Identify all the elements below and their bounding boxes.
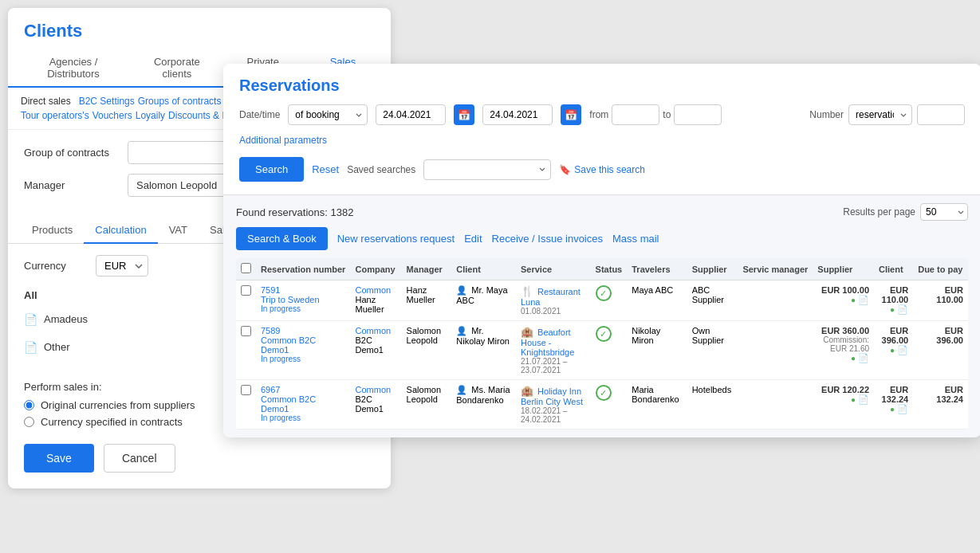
due-amount-3: EUR 132.24 — [918, 385, 963, 404]
radio-original-input[interactable] — [24, 400, 34, 410]
reset-button[interactable]: Reset — [312, 163, 339, 175]
col-travelers: Travelers — [627, 258, 687, 280]
number-group: Number reservation — [809, 104, 965, 125]
save-search-btn[interactable]: 🔖 Save this search — [559, 164, 645, 175]
col-service: Service — [516, 258, 591, 280]
res-trip-link-1[interactable]: Trip to Sweden — [261, 295, 346, 304]
date-from-input[interactable] — [376, 104, 446, 125]
blue-doc-c3: 📄 — [897, 404, 908, 414]
green-dot-1: ● — [851, 296, 856, 304]
row-check-1 — [236, 280, 256, 321]
due-cell-2: EUR 396.00 — [913, 321, 968, 380]
company-link-3[interactable]: Common — [356, 385, 397, 394]
service-icon-1: 🍴 — [521, 285, 533, 297]
col-client-amt: Client — [874, 258, 913, 280]
table-row: 7591 Trip to Sweden In progress Common H… — [236, 280, 968, 321]
number-type-select[interactable]: reservation — [848, 104, 912, 125]
reservations-header: Reservations Date/time of booking 📅 📅 fr… — [223, 64, 980, 195]
direct-sales-label: Direct sales — [21, 96, 71, 107]
mass-mail-btn[interactable]: Mass mail — [612, 233, 659, 245]
date-to-input[interactable] — [482, 104, 553, 125]
cancel-button[interactable]: Cancel — [104, 444, 175, 473]
select-all-checkbox[interactable] — [241, 263, 251, 273]
res-trip-link-2[interactable]: Common B2C Demo1 — [261, 335, 346, 355]
from-input[interactable] — [612, 104, 659, 125]
res-trip-link-3[interactable]: Common B2C Demo1 — [261, 394, 346, 414]
to-input[interactable] — [674, 104, 722, 125]
new-reservations-btn[interactable]: New reservations request — [337, 233, 455, 245]
booking-select[interactable]: of booking — [288, 104, 368, 125]
search-button[interactable]: Search — [239, 157, 304, 182]
nav-vouchers[interactable]: Vouchers — [92, 110, 132, 121]
cal-from-btn[interactable]: 📅 — [454, 104, 474, 125]
tab-corporate[interactable]: Corporate clients — [131, 49, 223, 88]
commission-2: Commission: EUR 21.60 — [817, 335, 869, 353]
col-supplier: Supplier — [687, 258, 738, 280]
reservations-body: Found reservations: 1382 Results per pag… — [223, 195, 980, 437]
serv-manager-cell-1 — [738, 280, 813, 321]
blue-doc-2: 📄 — [858, 353, 869, 363]
client-amount-1: EUR 110.00 — [879, 285, 908, 304]
res-num-cell-2: 7589 Common B2C Demo1 In progress — [256, 321, 351, 380]
supplier-amt-cell-1: EUR 100.00 ● 📄 — [813, 280, 874, 321]
nav-groups[interactable]: Groups of contracts — [138, 96, 222, 107]
results-per-page-group: Results per page 50 — [843, 203, 968, 221]
cal-to-btn[interactable]: 📅 — [561, 104, 581, 125]
res-num-cell-1: 7591 Trip to Sweden In progress — [256, 280, 351, 321]
status-cell-1: ✓ — [591, 280, 628, 321]
datetime-label: Date/time — [239, 109, 280, 120]
res-num-link-2[interactable]: 7589 — [261, 326, 346, 335]
company-link-1[interactable]: Common — [356, 285, 397, 295]
save-button[interactable]: Save — [24, 444, 94, 473]
travelers-cell-1: Maya ABC — [627, 280, 687, 321]
row-check-3 — [236, 380, 256, 429]
search-book-button[interactable]: Search & Book — [236, 227, 328, 250]
blue-doc-1: 📄 — [858, 295, 869, 304]
bookmark-icon: 🔖 — [559, 164, 571, 175]
travelers-cell-3: Maria Bondarenko — [627, 380, 687, 429]
col-client: Client — [451, 258, 516, 280]
status-cell-3: ✓ — [591, 380, 628, 429]
receive-issue-btn[interactable]: Receive / Issue invoices — [492, 233, 603, 245]
from-to-group: from to — [589, 104, 722, 125]
supplier-amount-3: EUR 120.22 — [817, 385, 869, 394]
res-status-1: In progress — [261, 304, 346, 313]
tab-agencies[interactable]: Agencies / Distributors — [16, 49, 131, 88]
col-manager: Manager — [402, 258, 452, 280]
saved-searches-select[interactable] — [423, 159, 551, 180]
sub-tab-products[interactable]: Products — [21, 218, 84, 244]
number-label: Number — [809, 109, 844, 120]
currency-select[interactable]: EUR — [96, 255, 148, 276]
row-checkbox-2[interactable] — [241, 326, 251, 336]
status-cell-2: ✓ — [591, 321, 628, 380]
reservations-table: Reservation number Company Manager Clien… — [236, 258, 968, 429]
row-checkbox-3[interactable] — [241, 385, 251, 395]
amadeus-doc-icon: 📄 — [24, 313, 37, 326]
res-num-link-3[interactable]: 6967 — [261, 385, 346, 394]
col-due: Due to pay — [913, 258, 968, 280]
additional-params-link[interactable]: Additional parametrs — [239, 131, 327, 149]
company-link-2[interactable]: Common — [356, 326, 397, 335]
group-contracts-label: Group of contracts — [24, 147, 120, 159]
radio-specified-label: Currency specified in contracts — [41, 416, 183, 428]
nav-loyaily[interactable]: Loyaily — [136, 110, 165, 121]
radio-specified-input[interactable] — [24, 417, 34, 427]
blue-doc-c1: 📄 — [897, 304, 908, 314]
company-cell-3: Common B2C Demo1 — [351, 380, 402, 429]
due-cell-1: EUR 110.00 — [913, 280, 968, 321]
service-cell-3: 🏨 Holiday Inn Berlin City West 18.02.202… — [516, 380, 591, 429]
green-dot-c1: ● — [890, 305, 895, 314]
client-amt-cell-3: EUR 132.24 ● 📄 — [874, 380, 913, 429]
edit-btn[interactable]: Edit — [464, 233, 482, 245]
res-status-2: In progress — [261, 355, 346, 363]
res-num-link-1[interactable]: 7591 — [261, 285, 346, 295]
rpp-select[interactable]: 50 — [920, 203, 968, 221]
table-row: 7589 Common B2C Demo1 In progress Common… — [236, 321, 968, 380]
number-input[interactable] — [917, 104, 965, 125]
nav-b2c[interactable]: B2C Settings — [79, 96, 135, 107]
filter-row: Date/time of booking 📅 📅 from to Number — [239, 104, 965, 125]
nav-tour-ops[interactable]: Tour operators's — [21, 110, 89, 121]
row-checkbox-1[interactable] — [241, 285, 251, 296]
sub-tab-vat[interactable]: VAT — [158, 218, 199, 244]
sub-tab-calculation[interactable]: Calculation — [84, 218, 157, 244]
